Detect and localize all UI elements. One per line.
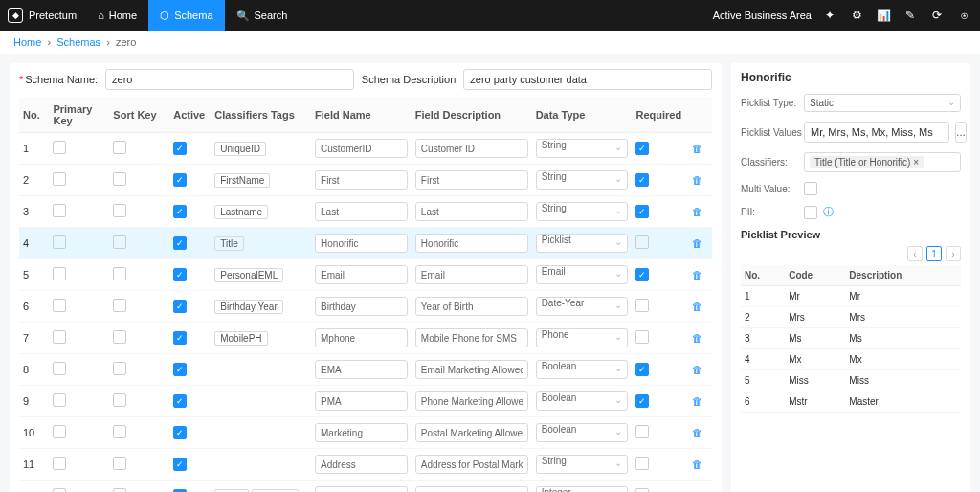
pk-checkbox[interactable]	[53, 393, 66, 407]
table-row[interactable]: 3 ✓ Lastname String ✓ 🗑	[19, 196, 712, 228]
data-type-select[interactable]: Integer	[536, 486, 629, 492]
data-type-select[interactable]: String	[536, 455, 629, 474]
field-desc-input[interactable]	[415, 328, 528, 347]
active-checkbox[interactable]: ✓	[173, 458, 187, 471]
field-name-input[interactable]	[315, 234, 408, 253]
required-checkbox[interactable]: ✓	[635, 142, 649, 155]
tags-cell[interactable]: Title	[211, 228, 311, 259]
required-checkbox[interactable]	[635, 425, 649, 438]
pk-checkbox[interactable]	[53, 172, 66, 186]
delete-row-button[interactable]: 🗑	[692, 364, 702, 375]
sk-checkbox[interactable]	[113, 425, 126, 438]
active-checkbox[interactable]: ✓	[173, 363, 187, 376]
tags-cell[interactable]	[211, 417, 311, 449]
data-type-select[interactable]: Date-Year	[536, 297, 629, 316]
field-desc-input[interactable]	[415, 391, 528, 411]
table-row[interactable]: 6 ✓ Birthday Year Date-Year 🗑	[19, 291, 712, 323]
refresh-icon[interactable]: ⟳	[928, 7, 946, 24]
table-row[interactable]: 12 ✓ CodeAddress Integer 🗑	[19, 481, 712, 493]
classifier-tag[interactable]: Address	[252, 489, 299, 493]
field-name-input[interactable]	[315, 265, 408, 284]
field-name-input[interactable]	[315, 139, 408, 158]
classifier-tag[interactable]: FirstName	[214, 173, 270, 188]
classifier-tag[interactable]: UniqueID	[214, 142, 266, 156]
required-checkbox[interactable]	[635, 330, 649, 344]
table-row[interactable]: 11 ✓ String 🗑	[19, 449, 712, 481]
active-checkbox[interactable]: ✓	[173, 300, 187, 313]
breadcrumb-schemas[interactable]: Schemas	[56, 36, 100, 48]
user-icon[interactable]: ⍟	[955, 7, 972, 24]
field-desc-input[interactable]	[415, 265, 528, 284]
field-desc-input[interactable]	[415, 202, 528, 221]
data-type-select[interactable]: Boolean	[536, 423, 629, 442]
data-type-select[interactable]: String	[536, 202, 629, 221]
field-name-input[interactable]	[315, 297, 408, 316]
pager-next[interactable]: ›	[946, 246, 961, 261]
sk-checkbox[interactable]	[113, 457, 126, 470]
delete-row-button[interactable]: 🗑	[692, 395, 702, 407]
active-checkbox[interactable]: ✓	[173, 394, 187, 408]
pk-checkbox[interactable]	[53, 204, 66, 217]
active-checkbox[interactable]: ✓	[173, 205, 187, 218]
field-desc-input[interactable]	[415, 423, 528, 442]
sk-checkbox[interactable]	[113, 204, 126, 217]
field-name-input[interactable]	[315, 170, 408, 190]
sk-checkbox[interactable]	[113, 393, 126, 407]
data-type-select[interactable]: String	[536, 139, 629, 158]
chart-icon[interactable]: 📊	[875, 7, 892, 24]
classifier-tag[interactable]: Title	[214, 236, 244, 251]
field-name-input[interactable]	[315, 391, 408, 411]
tags-cell[interactable]	[211, 386, 311, 417]
field-name-input[interactable]	[315, 360, 408, 379]
pk-checkbox[interactable]	[53, 425, 66, 438]
pk-checkbox[interactable]	[53, 267, 66, 280]
active-checkbox[interactable]: ✓	[173, 331, 187, 345]
pk-checkbox[interactable]	[53, 488, 66, 492]
multi-value-checkbox[interactable]	[804, 182, 817, 195]
required-checkbox[interactable]: ✓	[635, 173, 649, 187]
pager-prev[interactable]: ‹	[907, 246, 923, 261]
field-name-input[interactable]	[315, 455, 408, 474]
delete-row-button[interactable]: 🗑	[692, 143, 702, 154]
sk-checkbox[interactable]	[113, 330, 126, 344]
tags-cell[interactable]: CodeAddress	[211, 481, 311, 493]
breadcrumb-home[interactable]: Home	[13, 36, 41, 48]
gear-icon[interactable]: ⚙	[848, 7, 865, 24]
pin-icon[interactable]: ✦	[821, 7, 838, 24]
schema-name-input[interactable]	[105, 69, 354, 90]
delete-row-button[interactable]: 🗑	[692, 206, 702, 217]
field-desc-input[interactable]	[415, 486, 528, 492]
field-name-input[interactable]	[315, 202, 408, 221]
data-type-select[interactable]: String	[536, 170, 629, 190]
table-row[interactable]: 1 ✓ UniqueID String ✓ 🗑	[19, 133, 712, 165]
tags-cell[interactable]: UniqueID	[211, 133, 311, 165]
nav-search[interactable]: 🔍Search	[225, 0, 300, 31]
delete-row-button[interactable]: 🗑	[692, 427, 702, 438]
field-desc-input[interactable]	[415, 360, 528, 379]
field-name-input[interactable]	[315, 486, 408, 492]
picklist-type-select[interactable]: Static	[804, 94, 961, 112]
field-desc-input[interactable]	[415, 139, 528, 158]
sk-checkbox[interactable]	[113, 267, 126, 280]
sk-checkbox[interactable]	[113, 488, 126, 492]
tags-cell[interactable]	[211, 449, 311, 481]
required-checkbox[interactable]	[635, 299, 649, 312]
data-type-select[interactable]: Boolean	[536, 360, 629, 379]
tags-cell[interactable]	[211, 354, 311, 386]
delete-row-button[interactable]: 🗑	[692, 237, 702, 249]
key-icon[interactable]: ✎	[902, 7, 919, 24]
sk-checkbox[interactable]	[113, 362, 126, 375]
field-desc-input[interactable]	[415, 455, 528, 474]
pk-checkbox[interactable]	[53, 362, 66, 375]
delete-row-button[interactable]: 🗑	[692, 458, 702, 470]
nav-home[interactable]: ⌂Home	[86, 0, 148, 31]
delete-row-button[interactable]: 🗑	[692, 332, 702, 344]
table-row[interactable]: 5 ✓ PersonalEML Email ✓ 🗑	[19, 259, 712, 291]
required-checkbox[interactable]: ✓	[635, 363, 649, 376]
data-type-select[interactable]: Phone	[536, 328, 629, 347]
pk-checkbox[interactable]	[53, 330, 66, 344]
table-row[interactable]: 4 ✓ Title Picklist 🗑	[19, 228, 712, 259]
active-checkbox[interactable]: ✓	[173, 142, 187, 155]
info-icon[interactable]: ⓘ	[823, 205, 834, 219]
pii-checkbox[interactable]	[804, 206, 817, 219]
